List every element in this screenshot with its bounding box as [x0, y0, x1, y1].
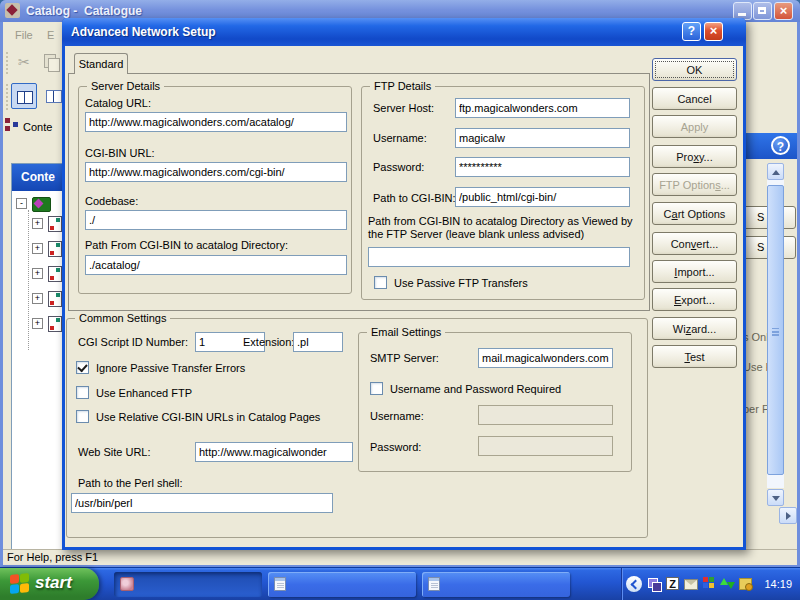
- ok-button[interactable]: OK: [652, 58, 737, 81]
- use-passive-ftp-checkbox[interactable]: Use Passive FTP Transfers: [374, 276, 528, 289]
- ftp-password-input[interactable]: [455, 157, 630, 177]
- tree-item-expander[interactable]: +: [32, 268, 43, 279]
- section-page-icon: [48, 291, 62, 307]
- ftp-path-from-cgi-input[interactable]: [368, 247, 630, 267]
- help-icon[interactable]: ?: [771, 136, 790, 155]
- export-button[interactable]: Export...: [652, 288, 737, 311]
- dialog-titlebar: Advanced Network Setup ? ×: [62, 18, 746, 46]
- dialog-client: Standard Server Details Catalog URL: CGI…: [65, 46, 743, 547]
- tree-item-expander[interactable]: +: [32, 293, 43, 304]
- tab-standard[interactable]: Standard: [74, 53, 128, 74]
- cgi-bin-url-input[interactable]: [85, 162, 347, 182]
- tree-root-expander[interactable]: -: [16, 198, 27, 209]
- extension-label: Extension:: [243, 336, 294, 348]
- copy-icon[interactable]: [44, 54, 56, 68]
- use-relative-urls-checkbox[interactable]: Use Relative CGI-BIN URLs in Catalog Pag…: [76, 410, 320, 423]
- vertical-scrollbar[interactable]: [767, 180, 784, 488]
- catalog-url-input[interactable]: [85, 112, 347, 132]
- smtp-server-label: SMTP Server:: [370, 352, 439, 364]
- hide-inactive-chevron-icon[interactable]: [626, 576, 642, 592]
- taskbar: start Catalog - Catalogue ftp details - …: [0, 567, 800, 600]
- catalog-url-label: Catalog URL:: [85, 97, 151, 109]
- windows-flag-icon: [10, 573, 30, 595]
- system-tray: Z 14:19: [621, 568, 800, 600]
- path-from-cgi-label: Path From CGI-BIN to acatalog Directory:: [85, 239, 288, 251]
- email-password-label: Password:: [370, 441, 421, 453]
- color-grid-icon[interactable]: [703, 577, 715, 589]
- checkbox-box[interactable]: [76, 410, 89, 423]
- ftp-password-label: Password:: [373, 161, 424, 173]
- start-button[interactable]: start: [0, 568, 99, 600]
- common-settings-legend: Common Settings: [75, 312, 170, 324]
- codebase-input[interactable]: [85, 210, 347, 230]
- taskbar-item-catalog[interactable]: Catalog - Catalogue: [114, 572, 262, 597]
- zonealarm-icon[interactable]: Z: [666, 577, 679, 590]
- content-tree-icon[interactable]: [5, 118, 19, 132]
- ftp-options-button: FTP Options...: [652, 173, 737, 196]
- username-password-required-checkbox[interactable]: Username and Password Required: [370, 382, 561, 395]
- tree-item-expander[interactable]: +: [32, 243, 43, 254]
- email-password-input: [478, 436, 613, 456]
- menu-file[interactable]: File: [15, 29, 33, 41]
- notepad-icon: [274, 577, 286, 591]
- section-page-icon: [48, 216, 62, 232]
- path-from-cgi-input[interactable]: [85, 255, 347, 275]
- wizard-button[interactable]: Wizard...: [652, 317, 737, 340]
- window-stack-icon[interactable]: [648, 577, 661, 590]
- scrollbar-down-button[interactable]: [767, 489, 784, 506]
- email-icon[interactable]: [684, 579, 698, 590]
- email-username-label: Username:: [370, 410, 424, 422]
- checkbox-label: Username and Password Required: [390, 383, 561, 395]
- convert-button[interactable]: Convert...: [652, 232, 737, 255]
- checkbox-box[interactable]: [370, 382, 383, 395]
- cart-options-button[interactable]: Cart Options: [652, 202, 737, 225]
- taskbar-item-ftp-details-notepad[interactable]: ftp details - Notepad: [268, 572, 416, 597]
- apply-button: Apply: [652, 115, 737, 138]
- scrollbar-right-button[interactable]: [779, 507, 797, 524]
- checkbox-label: Use Passive FTP Transfers: [394, 277, 528, 289]
- test-button[interactable]: Test: [652, 345, 737, 368]
- cut-icon[interactable]: ✂: [18, 54, 30, 70]
- smtp-server-input[interactable]: [478, 348, 613, 368]
- restore-button[interactable]: [753, 2, 772, 20]
- toolbar-grip: [6, 52, 11, 74]
- checkbox-label: Ignore Passive Transfer Errors: [96, 362, 245, 374]
- dialog-title: Advanced Network Setup: [71, 18, 216, 46]
- close-button[interactable]: ×: [774, 2, 793, 20]
- use-enhanced-ftp-checkbox[interactable]: Use Enhanced FTP: [76, 386, 192, 399]
- cancel-button[interactable]: Cancel: [652, 87, 737, 110]
- web-site-url-label: Web Site URL:: [78, 446, 151, 458]
- section-page-icon: [48, 241, 62, 257]
- tree-connector-line: [28, 210, 29, 350]
- taskbar-item-untitled-notepad[interactable]: Untitled - Notepad: [422, 572, 570, 597]
- network-activity-icon[interactable]: [720, 577, 734, 590]
- ignore-passive-errors-checkbox[interactable]: Ignore Passive Transfer Errors: [76, 361, 245, 374]
- web-site-url-input[interactable]: [195, 442, 353, 462]
- scrollbar-up-button[interactable]: [767, 163, 784, 180]
- server-host-input[interactable]: [455, 98, 630, 118]
- dialog-close-button[interactable]: ×: [704, 22, 723, 41]
- email-settings-legend: Email Settings: [367, 326, 445, 338]
- section-page-icon: [48, 266, 62, 282]
- tree-item-expander[interactable]: +: [32, 218, 43, 229]
- scrollbar-thumb[interactable]: [767, 185, 784, 475]
- checkbox-box[interactable]: [76, 361, 89, 374]
- status-bar: For Help, press F1: [3, 549, 797, 565]
- ftp-username-input[interactable]: [455, 128, 630, 148]
- tray-clock: 14:19: [764, 568, 792, 600]
- checkbox-box[interactable]: [76, 386, 89, 399]
- dialog-help-button[interactable]: ?: [682, 22, 701, 41]
- menu-edit[interactable]: E: [47, 29, 54, 41]
- checkbox-box[interactable]: [374, 276, 387, 289]
- advanced-network-setup-dialog: Advanced Network Setup ? × Standard Serv…: [62, 18, 746, 550]
- right-panel-header-fragment: ?: [746, 133, 797, 159]
- path-to-cgi-input[interactable]: [455, 187, 630, 207]
- perl-shell-input[interactable]: [71, 493, 333, 513]
- catalog-book-icon: [32, 197, 51, 212]
- proxy-button[interactable]: Proxy...: [652, 145, 737, 168]
- split-view-button-selected[interactable]: [11, 83, 37, 109]
- tree-item-expander[interactable]: +: [32, 318, 43, 329]
- calendar-alert-icon[interactable]: [739, 578, 752, 590]
- import-button[interactable]: Import...: [652, 260, 737, 283]
- extension-input[interactable]: [293, 332, 343, 352]
